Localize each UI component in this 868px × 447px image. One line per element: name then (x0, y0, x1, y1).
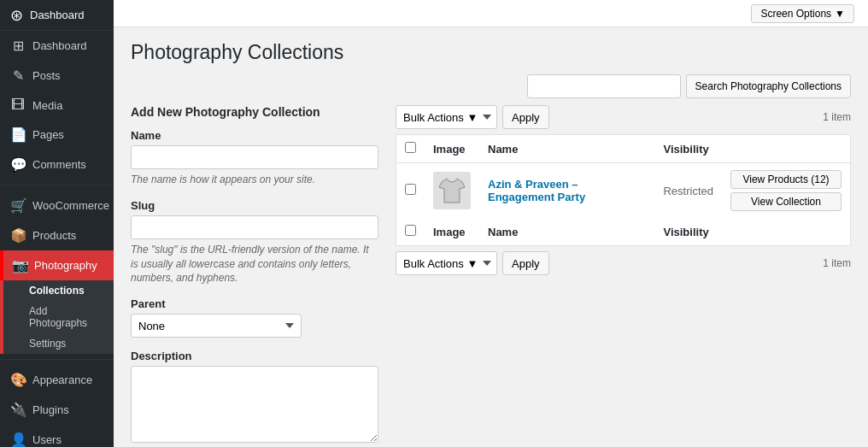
sidebar-divider-1 (0, 185, 114, 185)
col-check-footer (396, 218, 425, 246)
media-icon: 🎞 (10, 97, 26, 113)
header-row: Image Name Visibility (396, 135, 851, 163)
sidebar-item-label: Users (32, 433, 62, 446)
parent-group: Parent None (131, 297, 378, 338)
view-collection-button[interactable]: View Collection (730, 192, 842, 211)
sidebar-item-sub-settings[interactable]: Settings (3, 333, 114, 354)
content-area: Photography Collections Search Photograp… (114, 27, 868, 447)
sidebar-item-dashboard[interactable]: ⊞ Dashboard (0, 31, 114, 61)
slug-group: Slug The "slug" is the URL-friendly vers… (131, 199, 378, 285)
toolbar-bottom: Bulk Actions ▼ Apply 1 item (396, 251, 851, 275)
sidebar: ⊛ Dashboard ⊞ Dashboard ✎ Posts 🎞 Media … (0, 0, 114, 447)
screen-options-arrow-icon: ▼ (835, 8, 845, 20)
sidebar-item-label: Pages (32, 128, 64, 141)
item-count-bottom: 1 item (823, 257, 851, 269)
col-name-header: Name (479, 135, 654, 163)
toolbar-top-left: Bulk Actions ▼ Apply (396, 105, 549, 129)
sidebar-item-label: Media (32, 99, 62, 112)
parent-label: Parent (131, 297, 378, 310)
sidebar-item-add-photographs[interactable]: Add Photographs (3, 301, 114, 333)
col-name-footer: Name (479, 218, 654, 246)
item-count-top: 1 item (823, 111, 851, 123)
col-image-footer: Image (425, 218, 479, 246)
sidebar-item-label: Photography (34, 259, 97, 272)
collections-table: Image Name Visibility (396, 134, 851, 246)
slug-input[interactable] (131, 215, 378, 239)
apply-button-top[interactable]: Apply (502, 105, 549, 129)
description-label: Description (131, 350, 378, 362)
row-checkbox[interactable] (405, 184, 416, 195)
view-products-button[interactable]: View Products (12) (730, 170, 842, 189)
description-group: Description The description is not promi… (131, 350, 378, 447)
dashboard-icon: ⊞ (10, 38, 26, 54)
sidebar-item-media[interactable]: 🎞 Media (0, 91, 114, 120)
item-image (433, 172, 471, 209)
visibility-badge: Restricted (663, 185, 713, 197)
page-title: Photography Collections (131, 41, 851, 64)
sidebar-item-label: Posts (32, 69, 61, 82)
row-visibility: Restricted (654, 163, 722, 219)
apply-button-bottom[interactable]: Apply (502, 251, 549, 275)
sidebar-item-pages[interactable]: 📄 Pages (0, 120, 114, 150)
search-button[interactable]: Search Photography Collections (686, 74, 851, 98)
sidebar-item-plugins[interactable]: 🔌 Plugins (0, 395, 114, 425)
col-check-header (396, 135, 425, 163)
toolbar-top: Bulk Actions ▼ Apply 1 item (396, 105, 851, 129)
name-group: Name The name is how it appears on your … (131, 129, 378, 187)
screen-options-button[interactable]: Screen Options ▼ (751, 4, 854, 23)
sidebar-logo[interactable]: ⊛ Dashboard (0, 0, 114, 31)
sidebar-logo-label: Dashboard (30, 9, 85, 21)
name-input[interactable] (131, 145, 378, 169)
col-visibility-footer: Visibility (654, 218, 722, 246)
sidebar-item-woocommerce[interactable]: 🛒 WooCommerce (0, 191, 114, 221)
sidebar-item-label: Plugins (32, 403, 69, 416)
search-input[interactable] (527, 74, 681, 98)
screen-options-label: Screen Options (760, 8, 831, 20)
toolbar-bottom-left: Bulk Actions ▼ Apply (396, 251, 549, 275)
form-panel: Add New Photography Collection Name The … (131, 105, 378, 447)
toolbar-top-right: 1 item (823, 111, 851, 123)
item-name-link[interactable]: Azin & Praveen – Engagement Party (488, 178, 585, 203)
col-visibility-header: Visibility (654, 135, 722, 163)
parent-select[interactable]: None (131, 314, 302, 338)
row-image (425, 163, 479, 219)
bulk-actions-select-bottom[interactable]: Bulk Actions ▼ (396, 251, 497, 275)
search-row: Search Photography Collections (131, 74, 851, 98)
bulk-actions-select-top[interactable]: Bulk Actions ▼ (396, 105, 497, 129)
form-heading: Add New Photography Collection (131, 105, 378, 119)
posts-icon: ✎ (10, 68, 26, 84)
wp-logo-icon: ⊛ (10, 6, 23, 25)
sidebar-item-label: Products (32, 229, 76, 242)
slug-label: Slug (131, 199, 378, 212)
sidebar-item-photography[interactable]: 📷 Photography (0, 250, 114, 280)
table-row: Azin & Praveen – Engagement Party Restri… (396, 163, 851, 219)
woocommerce-icon: 🛒 (10, 197, 26, 214)
sidebar-item-comments[interactable]: 💬 Comments (0, 150, 114, 179)
col-actions-footer (722, 218, 851, 246)
plugins-icon: 🔌 (10, 402, 26, 418)
row-check (396, 163, 425, 219)
sidebar-item-posts[interactable]: ✎ Posts (0, 61, 114, 91)
item-actions: View Products (12) View Collection (730, 170, 842, 211)
name-label: Name (131, 129, 378, 142)
tshirt-svg-icon (437, 175, 467, 206)
sidebar-item-products[interactable]: 📦 Products (0, 221, 114, 250)
select-all-checkbox[interactable] (405, 142, 416, 153)
sidebar-item-label: Dashboard (32, 39, 87, 52)
sidebar-item-collections[interactable]: Collections (3, 280, 114, 301)
sidebar-item-appearance[interactable]: 🎨 Appearance (0, 365, 114, 395)
photography-submenu: Collections Add Photographs Settings (0, 280, 114, 354)
description-textarea[interactable] (131, 366, 378, 443)
users-icon: 👤 (10, 432, 26, 447)
main-content: Screen Options ▼ Photography Collections… (114, 0, 868, 447)
col-actions-header (722, 135, 851, 163)
slug-hint: The "slug" is the URL-friendly version o… (131, 243, 378, 285)
footer-row: Image Name Visibility (396, 218, 851, 246)
sidebar-item-label: Comments (32, 158, 86, 171)
select-all-checkbox-bottom[interactable] (405, 225, 416, 236)
toolbar-bottom-right: 1 item (823, 257, 851, 269)
sidebar-divider-2 (0, 359, 114, 360)
sidebar-item-users[interactable]: 👤 Users (0, 425, 114, 447)
table-header: Image Name Visibility (396, 135, 851, 163)
photography-icon: 📷 (12, 257, 27, 273)
